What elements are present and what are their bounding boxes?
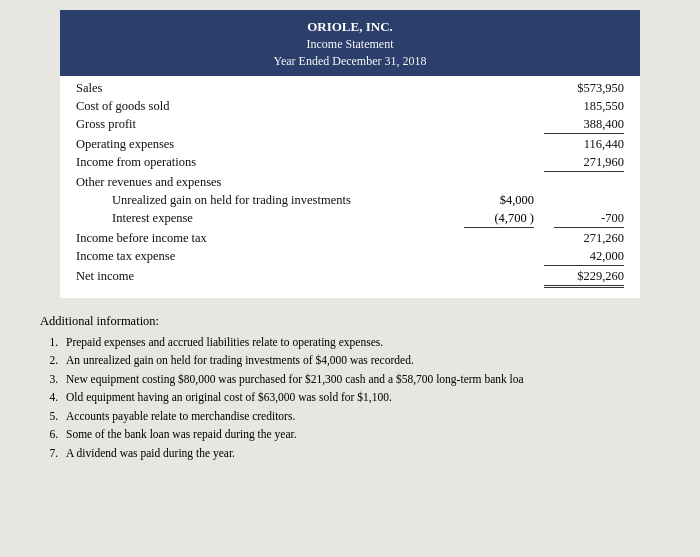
net-income-label: Net income <box>76 269 134 284</box>
list-item: 2. An unrealized gain on held for tradin… <box>40 353 660 369</box>
unrealized-gain-label: Unrealized gain on held for trading inve… <box>112 193 351 208</box>
company-name: ORIOLE, INC. <box>70 18 630 36</box>
list-item: 3. New equipment costing $80,000 was pur… <box>40 372 660 388</box>
list-item: 7. A dividend was paid during the year. <box>40 446 660 462</box>
interest-expense-right: -700 <box>554 211 624 228</box>
sales-amount: $573,950 <box>544 81 624 96</box>
statement-body: Sales $573,950 Cost of goods sold 185,55… <box>60 76 640 298</box>
income-tax-label: Income tax expense <box>76 249 175 264</box>
operating-expenses-amount: 116,440 <box>544 137 624 152</box>
additional-info-section: Additional information: 1. Prepaid expen… <box>20 314 680 462</box>
operating-expenses-label: Operating expenses <box>76 137 174 152</box>
list-item: 1. Prepaid expenses and accrued liabilit… <box>40 335 660 351</box>
net-income-amount: $229,260 <box>544 269 624 288</box>
income-operations-row: Income from operations 271,960 <box>76 154 624 174</box>
interest-expense-row: Interest expense (4,700 ) -700 <box>76 210 624 230</box>
cogs-amount: 185,550 <box>544 99 624 114</box>
income-tax-amount: 42,000 <box>544 249 624 266</box>
page: ORIOLE, INC. Income Statement Year Ended… <box>0 0 700 557</box>
cogs-label: Cost of goods sold <box>76 99 169 114</box>
income-operations-amount: 271,960 <box>544 155 624 172</box>
interest-expense-amounts: (4,700 ) -700 <box>464 211 624 228</box>
interest-expense-mid: (4,700 ) <box>464 211 534 228</box>
statement-type: Income Statement <box>70 36 630 53</box>
list-item: 4. Old equipment having an original cost… <box>40 390 660 406</box>
unrealized-gain-amounts: $4,000 <box>464 193 624 208</box>
other-rev-section-row: Other revenues and expenses <box>76 174 624 192</box>
operating-expenses-row: Operating expenses 116,440 <box>76 136 624 154</box>
gross-profit-row: Gross profit 388,400 <box>76 116 624 136</box>
unrealized-gain-row: Unrealized gain on held for trading inve… <box>76 192 624 210</box>
sales-label: Sales <box>76 81 102 96</box>
additional-info-title: Additional information: <box>40 314 660 329</box>
interest-expense-label: Interest expense <box>112 211 193 226</box>
statement-period: Year Ended December 31, 2018 <box>70 53 630 70</box>
income-tax-row: Income tax expense 42,000 <box>76 248 624 268</box>
list-item: 6. Some of the bank loan was repaid duri… <box>40 427 660 443</box>
unrealized-gain-mid: $4,000 <box>464 193 534 208</box>
gross-profit-label: Gross profit <box>76 117 136 132</box>
gross-profit-amount: 388,400 <box>544 117 624 134</box>
cogs-row: Cost of goods sold 185,550 <box>76 98 624 116</box>
statement-header: ORIOLE, INC. Income Statement Year Ended… <box>60 10 640 76</box>
net-income-row: Net income $229,260 <box>76 268 624 290</box>
sales-row: Sales $573,950 <box>76 80 624 98</box>
statement-container: ORIOLE, INC. Income Statement Year Ended… <box>60 10 640 298</box>
other-rev-label: Other revenues and expenses <box>76 175 221 190</box>
income-operations-label: Income from operations <box>76 155 196 170</box>
list-item: 5. Accounts payable relate to merchandis… <box>40 409 660 425</box>
income-before-tax-row: Income before income tax 271,260 <box>76 230 624 248</box>
income-before-tax-label: Income before income tax <box>76 231 207 246</box>
info-list: 1. Prepaid expenses and accrued liabilit… <box>40 335 660 462</box>
income-before-tax-amount: 271,260 <box>544 231 624 246</box>
